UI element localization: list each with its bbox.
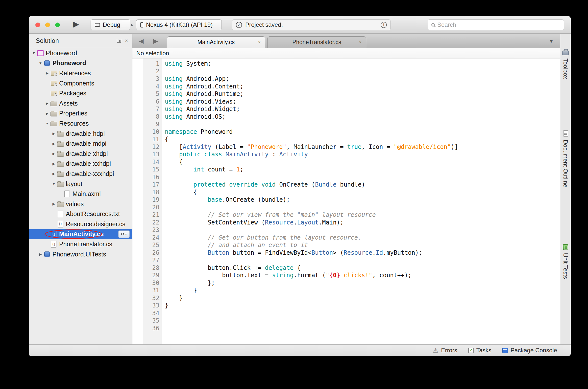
minimize-window-button[interactable] [45, 23, 50, 27]
build-configuration-button[interactable]: Debug [91, 19, 130, 30]
tab-overflow-icon[interactable]: ▼ [549, 39, 554, 44]
code-line[interactable]: using System; [165, 60, 560, 68]
code-line[interactable]: [Activity (Label = "Phoneword", MainLaun… [165, 143, 560, 151]
code-editor[interactable]: 1234567891011121314151617181920212223242… [132, 59, 560, 344]
tree-item-aboutresources-txt[interactable]: AboutResources.txt [29, 209, 132, 219]
tab-phonetranslator-cs[interactable]: PhoneTranslator.cs× [267, 36, 366, 48]
tree-item-phoneword[interactable]: ▼Phoneword [29, 48, 132, 58]
search-input[interactable] [437, 21, 560, 28]
tree-item-label: Resources [59, 120, 89, 127]
code-line[interactable]: int count = 1; [165, 166, 560, 173]
code-line[interactable]: { [165, 158, 560, 166]
expand-arrow-icon[interactable]: ▶ [44, 111, 50, 115]
dock-pad-icon[interactable] [117, 39, 121, 43]
code-line[interactable]: }; [165, 279, 560, 287]
code-line[interactable]: } [165, 302, 560, 309]
code-content[interactable]: using System; using Android.App;using An… [162, 59, 560, 344]
tree-item-drawable-xhdpi[interactable]: ▶drawable-xhdpi [29, 149, 132, 159]
status-item-tasks[interactable]: ✓Tasks [468, 347, 491, 354]
code-line[interactable]: protected override void OnCreate (Bundle… [165, 181, 560, 189]
code-line[interactable] [165, 68, 560, 75]
code-line[interactable]: } [165, 294, 560, 302]
tree-item-properties[interactable]: ▶Properties [29, 108, 132, 119]
code-line[interactable] [165, 120, 560, 128]
expand-arrow-icon[interactable]: ▶ [44, 101, 50, 105]
code-line[interactable]: // and attach an event to it [165, 241, 560, 249]
tree-item-phoneword[interactable]: ▼Phoneword [29, 58, 132, 68]
code-line[interactable]: button.Text = string.Format ("{0} clicks… [165, 272, 560, 279]
search-field[interactable] [428, 19, 564, 30]
tree-item-label: Assets [59, 100, 78, 107]
close-pad-icon[interactable]: × [125, 38, 128, 44]
expand-arrow-icon[interactable]: ▶ [44, 71, 50, 75]
tree-item-mainactivity-cs[interactable]: MainActivity.cs▾ [29, 229, 132, 239]
code-line[interactable] [165, 257, 560, 264]
code-line[interactable]: using Android.App; [165, 75, 560, 83]
tree-item-phoneword-uitests[interactable]: ▶Phoneword.UITests [29, 249, 132, 259]
code-line[interactable]: button.Click += delegate { [165, 264, 560, 272]
code-line[interactable]: using Android.Content; [165, 83, 560, 91]
expand-arrow-icon[interactable]: ▶ [51, 202, 57, 206]
navigate-forward-icon[interactable]: ▶ [153, 37, 158, 45]
info-icon[interactable]: i [381, 22, 387, 28]
tree-item-assets[interactable]: ▶Assets [29, 98, 132, 108]
zoom-window-button[interactable] [55, 23, 60, 27]
code-line[interactable]: public class MainActivity : Activity [165, 151, 560, 158]
strip-tab-toolbox[interactable]: Toolbox [560, 49, 571, 79]
code-line[interactable]: { [165, 135, 560, 143]
code-line[interactable]: SetContentView (Resource.Layout.Main); [165, 219, 560, 227]
strip-tab-unit-tests[interactable]: Unit Tests [560, 244, 571, 279]
status-item-package-console[interactable]: Package Console [502, 347, 557, 354]
code-line[interactable]: // Set our view from the "main" layout r… [165, 211, 560, 219]
tab-mainactivity-cs[interactable]: MainActivity.cs× [167, 36, 265, 48]
code-line[interactable] [165, 317, 560, 324]
tree-item-phonetranslator-cs[interactable]: PhoneTranslator.cs [29, 239, 132, 249]
code-line[interactable] [165, 173, 560, 181]
tree-item-drawable-xxhdpi[interactable]: ▶drawable-xxhdpi [29, 159, 132, 169]
close-window-button[interactable] [35, 23, 40, 27]
collapse-arrow-icon[interactable]: ▼ [51, 182, 57, 186]
tree-item-layout[interactable]: ▼layout [29, 179, 132, 189]
device-selector-button[interactable]: Nexus 4 (KitKat) (API 19) [136, 19, 222, 30]
navigate-back-icon[interactable]: ◀ [139, 37, 143, 45]
code-line[interactable] [165, 324, 560, 332]
expand-arrow-icon[interactable]: ▶ [51, 162, 57, 166]
code-line[interactable] [165, 309, 560, 317]
tree-item-drawable-mdpi[interactable]: ▶drawable-mdpi [29, 138, 132, 149]
item-options-button[interactable]: ▾ [118, 230, 130, 238]
expand-arrow-icon[interactable]: ▶ [37, 252, 44, 256]
tree-item-main-axml[interactable]: Main.axml [29, 189, 132, 199]
expand-arrow-icon[interactable]: ▶ [51, 131, 57, 135]
code-line[interactable]: // Get our button from the layout resour… [165, 234, 560, 242]
code-line[interactable]: { [165, 189, 560, 196]
strip-tab-document-outline[interactable]: Document Outline [560, 130, 571, 187]
tree-item-drawable-xxxhdpi[interactable]: ▶drawable-xxxhdpi [29, 169, 132, 179]
code-line[interactable]: using Android.OS; [165, 113, 560, 121]
expand-arrow-icon[interactable]: ▶ [51, 152, 57, 156]
code-line[interactable]: Button button = FindViewById<Button> (Re… [165, 249, 560, 257]
code-line[interactable] [165, 226, 560, 234]
tree-item-packages[interactable]: Packages [29, 88, 132, 98]
code-line[interactable]: using Android.Widget; [165, 105, 560, 113]
expand-arrow-icon[interactable]: ▶ [51, 142, 57, 146]
status-item-errors[interactable]: ⚠Errors [433, 347, 457, 354]
tree-item-resource-designer-cs[interactable]: Resource.designer.cs [29, 219, 132, 229]
tree-item-drawable-hdpi[interactable]: ▶drawable-hdpi [29, 129, 132, 139]
code-line[interactable] [165, 204, 560, 211]
tree-item-values[interactable]: ▶values [29, 199, 132, 209]
tree-item-resources[interactable]: ▼Resources [29, 118, 132, 129]
tab-close-icon[interactable]: × [359, 39, 362, 46]
expand-arrow-icon[interactable]: ▶ [51, 172, 57, 176]
code-line[interactable]: using Android.Runtime; [165, 90, 560, 98]
code-line[interactable]: base.OnCreate (bundle); [165, 196, 560, 204]
tab-close-icon[interactable]: × [258, 39, 261, 46]
code-line[interactable]: namespace Phoneword [165, 128, 560, 136]
collapse-arrow-icon[interactable]: ▼ [37, 61, 44, 65]
collapse-arrow-icon[interactable]: ▼ [31, 51, 37, 55]
tree-item-references[interactable]: ▶References [29, 68, 132, 78]
code-line[interactable]: } [165, 287, 560, 294]
run-button[interactable]: ▶ [73, 19, 79, 29]
tree-item-components[interactable]: Components [29, 78, 132, 89]
code-line[interactable]: using Android.Views; [165, 98, 560, 105]
collapse-arrow-icon[interactable]: ▼ [44, 121, 50, 125]
